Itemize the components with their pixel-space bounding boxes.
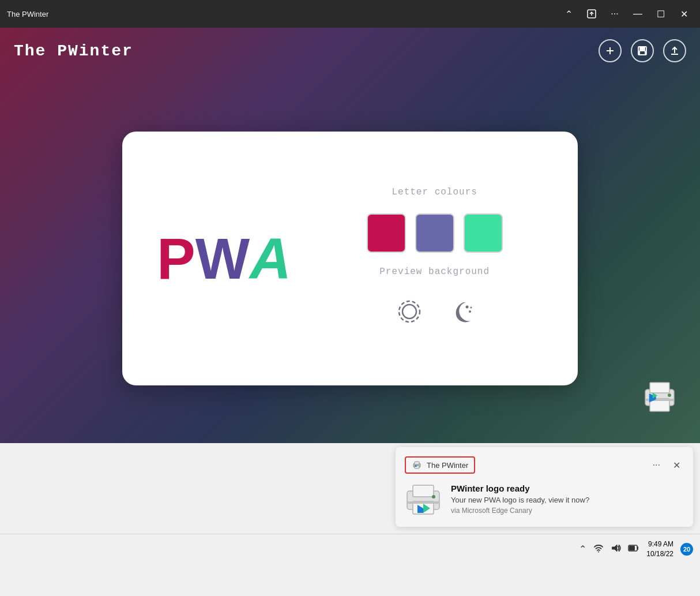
printer-float — [637, 374, 683, 420]
color-swatch-red[interactable] — [367, 213, 406, 253]
svg-point-12 — [470, 307, 472, 309]
app-content: P W A Letter colours Preview background — [0, 74, 700, 443]
taskbar-time: 9:49 AM — [646, 539, 673, 549]
notification-header: The PWinter ··· ✕ — [405, 456, 684, 474]
more-button[interactable]: ··· — [605, 5, 624, 23]
taskbar-date: 10/18/22 — [646, 549, 673, 559]
svg-marker-33 — [612, 545, 617, 552]
taskbar-clock: 9:49 AM 10/18/22 — [646, 539, 673, 559]
svg-rect-28 — [407, 501, 439, 504]
notification-via: via Microsoft Edge Canary — [451, 507, 589, 515]
notification-close-button[interactable]: ✕ — [669, 458, 684, 473]
taskbar-tray: ⌃ — [579, 539, 693, 559]
notification-more-button[interactable]: ··· — [649, 458, 664, 473]
app-title: The PWinter — [14, 42, 133, 60]
dark-mode-button[interactable] — [442, 293, 479, 330]
light-mode-button[interactable] — [391, 293, 428, 330]
taskbar: ⌃ — [0, 534, 700, 564]
svg-point-32 — [598, 551, 599, 552]
wifi-icon[interactable] — [593, 543, 604, 556]
svg-rect-21 — [415, 462, 419, 464]
chevron-up-icon[interactable]: ⌃ — [579, 543, 586, 554]
restore-button[interactable]: ☐ — [652, 5, 670, 23]
notification-message: Your new PWA logo is ready, view it now? — [451, 496, 589, 504]
title-bar-title: The PWinter — [7, 10, 552, 18]
pwa-letter-a: A — [250, 230, 291, 287]
printer-icon — [637, 374, 683, 420]
svg-rect-26 — [413, 485, 434, 497]
svg-point-10 — [465, 306, 468, 309]
notification-card: The PWinter ··· ✕ — [396, 447, 693, 527]
notification-body: PWinter logo ready Your new PWA logo is … — [405, 481, 684, 518]
svg-point-8 — [402, 305, 416, 318]
app-window: The PWinter — [0, 28, 700, 443]
close-button[interactable]: ✕ — [675, 5, 693, 23]
save-button[interactable] — [631, 39, 654, 62]
preview-background-label: Preview background — [379, 267, 490, 277]
pwa-logo: P W A — [157, 230, 291, 287]
svg-point-19 — [668, 393, 671, 397]
add-button[interactable] — [599, 39, 622, 62]
notification-title: PWinter logo ready — [451, 483, 589, 493]
svg-point-29 — [432, 495, 435, 498]
chevron-up-button[interactable]: ⌃ — [559, 5, 578, 23]
svg-rect-5 — [640, 47, 645, 50]
title-bar-controls: ⌃ ··· — ☐ ✕ — [559, 5, 693, 23]
volume-icon[interactable] — [611, 543, 621, 556]
svg-point-11 — [469, 310, 471, 313]
title-bar: The PWinter ⌃ ··· — ☐ ✕ — [0, 0, 700, 28]
desktop-area: The PWinter ··· ✕ — [0, 443, 700, 564]
notification-app-name: The PWinter — [427, 461, 468, 470]
background-controls — [391, 293, 479, 330]
pwa-letter-p: P — [157, 230, 195, 287]
notification-count-badge[interactable]: 20 — [680, 543, 693, 556]
color-swatch-purple[interactable] — [415, 213, 454, 253]
upload-button[interactable] — [663, 39, 686, 62]
pwa-letter-w: W — [195, 230, 250, 287]
app-header: The PWinter — [0, 28, 700, 74]
battery-icon[interactable] — [628, 544, 639, 554]
letter-colours-label: Letter colours — [392, 187, 477, 197]
color-swatch-green[interactable] — [464, 213, 503, 253]
notification-text: PWinter logo ready Your new PWA logo is … — [451, 483, 589, 515]
notification-icon — [405, 481, 442, 518]
svg-rect-14 — [650, 383, 669, 393]
color-swatches — [367, 213, 503, 253]
controls-panel: Letter colours Preview background — [326, 187, 543, 330]
app-header-actions — [599, 39, 686, 62]
notification-app-name-wrap: The PWinter — [405, 456, 475, 474]
share-button[interactable] — [582, 5, 601, 23]
svg-rect-6 — [639, 51, 645, 55]
minimize-button[interactable]: — — [629, 5, 647, 23]
card: P W A Letter colours Preview background — [122, 132, 578, 385]
svg-rect-35 — [629, 546, 635, 550]
notification-popup: The PWinter ··· ✕ — [389, 440, 700, 534]
